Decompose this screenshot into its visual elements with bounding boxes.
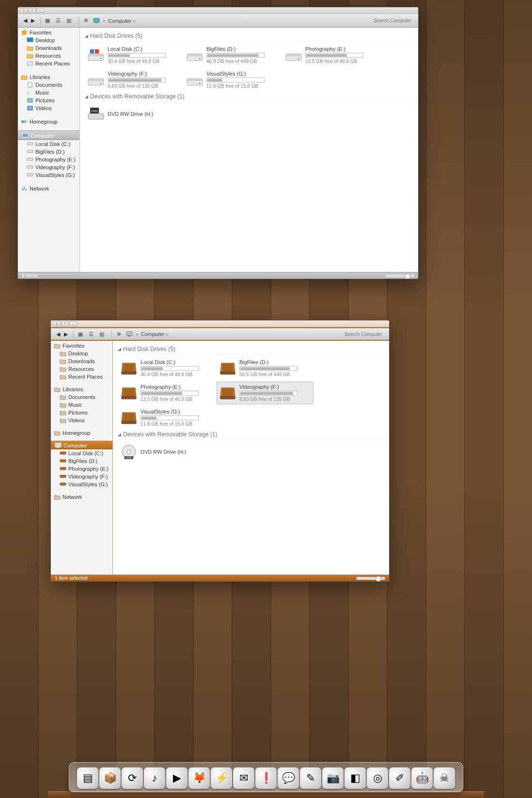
homegroup-header[interactable]: Homegroup xyxy=(18,117,79,126)
sidebar-drive-e[interactable]: Photography (E:) xyxy=(18,156,79,163)
sidebar-item-resources[interactable]: Resources xyxy=(18,52,79,60)
drive-item[interactable]: Local Disk (C:)30.4 GB free of 48.8 GB xyxy=(85,44,182,66)
maximize-button[interactable]: + xyxy=(28,8,36,13)
sidebar-item-pictures[interactable]: Pictures xyxy=(18,96,79,104)
drive-item[interactable]: VisualStyles (G:)11.6 GB free of 15.8 GB xyxy=(118,406,215,429)
favorites-header[interactable]: Favorites xyxy=(51,341,112,350)
libraries-header[interactable]: Libraries xyxy=(51,384,112,393)
photos-icon[interactable]: ◧ xyxy=(344,767,366,789)
close-button[interactable]: x xyxy=(20,8,28,13)
computer-header[interactable]: Computer xyxy=(51,441,112,449)
drive-item[interactable]: Photography (E:)13.5 GB free of 48.8 GB xyxy=(118,382,215,404)
sidebar-drive-g[interactable]: VisualStyles (G:) xyxy=(51,480,112,488)
sidebar-drive-f[interactable]: Videography (F:) xyxy=(51,473,112,480)
skull-icon[interactable]: ☠ xyxy=(434,767,455,789)
sidebar-item-music[interactable]: Music xyxy=(51,401,112,409)
close-button[interactable]: x xyxy=(53,321,61,326)
collapse-icon[interactable]: ◢ xyxy=(118,347,121,351)
sidebar-drive-d[interactable]: BigFiles (D:) xyxy=(51,457,112,465)
favorites-header[interactable]: Favorites xyxy=(18,28,79,36)
finder-icon[interactable]: ▤ xyxy=(77,767,98,789)
search-input[interactable] xyxy=(346,16,414,25)
dev-icon[interactable]: ✐ xyxy=(389,767,410,789)
timemachine-icon[interactable]: ⟳ xyxy=(122,767,143,789)
drive-name: VisualStyles (G:) xyxy=(141,409,212,415)
zoom-slider[interactable] xyxy=(356,577,385,580)
sidebar-drive-g[interactable]: VisualStyles (G:) xyxy=(18,171,79,179)
sidebar-item-downloads[interactable]: Downloads xyxy=(18,44,79,52)
mail-icon[interactable]: ✉ xyxy=(233,767,254,789)
search-input[interactable] xyxy=(317,330,385,338)
forward-button[interactable]: ▶ xyxy=(63,331,69,337)
sidebar-item-recent[interactable]: Recent Places xyxy=(51,373,112,381)
drive-item[interactable]: DVDDVD RW Drive (H:) xyxy=(85,104,182,124)
sidebar-item-resources[interactable]: Resources xyxy=(51,365,112,373)
drive-item[interactable]: VisualStyles (G:)11.6 GB free of 15.8 GB xyxy=(184,68,281,91)
view-columns-button[interactable]: ▥ xyxy=(98,331,106,337)
svg-rect-4 xyxy=(28,62,32,65)
sidebar-drive-d[interactable]: BigFiles (D:) xyxy=(18,148,79,156)
drive-item[interactable]: Photography (E:)13.5 GB free of 48.8 GB xyxy=(282,44,379,66)
minimize-button[interactable]: – xyxy=(36,8,44,13)
breadcrumb[interactable]: ▸Computer▸ xyxy=(136,331,169,337)
alert-icon[interactable]: ❗ xyxy=(255,767,277,789)
maximize-button[interactable]: + xyxy=(61,321,69,326)
collapse-icon[interactable]: ◢ xyxy=(118,432,121,437)
drive-item[interactable]: Local Disk (C:)30.4 GB free of 48.8 GB xyxy=(118,357,215,380)
view-icons-button[interactable]: ▦ xyxy=(44,17,51,24)
back-button[interactable]: ◀ xyxy=(22,17,29,24)
sidebar-item-desktop[interactable]: Desktop xyxy=(51,350,112,357)
gear-icon[interactable]: ✲ xyxy=(82,17,90,24)
forward-button[interactable]: ▶ xyxy=(30,17,36,24)
firefox-icon[interactable]: 🦊 xyxy=(188,767,210,789)
im-icon[interactable]: 💬 xyxy=(278,767,299,789)
minimize-button[interactable]: – xyxy=(69,321,77,326)
sidebar-item-documents[interactable]: Documents xyxy=(51,393,112,401)
music-icon[interactable]: ♪ xyxy=(144,767,165,789)
collapse-icon[interactable]: ◢ xyxy=(85,33,88,38)
sidebar-item-downloads[interactable]: Downloads xyxy=(51,357,112,365)
sidebar-item-desktop[interactable]: Desktop xyxy=(18,36,79,44)
view-columns-button[interactable]: ▥ xyxy=(65,17,73,24)
drive-free: 13.5 GB free of 48.8 GB xyxy=(141,397,212,402)
view-icons-button[interactable]: ▦ xyxy=(77,331,84,337)
group-header[interactable]: ◢ Devices with Removable Storage (1) xyxy=(118,429,384,440)
sidebar-item-documents[interactable]: Documents xyxy=(18,81,79,89)
drive-item[interactable]: Videography (F:)8.83 GB free of 135 GB xyxy=(85,68,182,91)
drive-item[interactable]: BigFiles (D:)46.9 GB free of 449 GB xyxy=(184,44,281,66)
group-header[interactable]: ◢ Hard Disk Drives (5) xyxy=(85,31,413,42)
play-icon[interactable]: ▶ xyxy=(166,767,188,789)
view-list-button[interactable]: ☰ xyxy=(54,17,62,24)
sidebar-drive-c[interactable]: Local Disk (C:) xyxy=(51,449,112,457)
view-list-button[interactable]: ☰ xyxy=(87,331,95,337)
zoom-slider[interactable] xyxy=(385,274,414,277)
lightning-icon[interactable]: ⚡ xyxy=(211,767,232,789)
breadcrumb[interactable]: ▸Computer▸ xyxy=(103,17,136,24)
sidebar-item-recent[interactable]: Recent Places xyxy=(18,60,79,67)
group-header[interactable]: ◢ Hard Disk Drives (5) xyxy=(118,344,384,355)
network-header[interactable]: Network xyxy=(51,492,112,501)
aperture-icon[interactable]: ◎ xyxy=(367,767,388,789)
sidebar-drive-e[interactable]: Photography (E:) xyxy=(51,465,112,473)
back-button[interactable]: ◀ xyxy=(55,331,62,337)
drive-item[interactable]: BigFiles (D:)59.8 GB free of 449 GB xyxy=(217,357,313,380)
sidebar-item-pictures[interactable]: Pictures xyxy=(51,409,112,416)
sidebar-drive-c[interactable]: Local Disk (C:) xyxy=(18,140,79,148)
sidebar-drive-f[interactable]: Videography (F:) xyxy=(18,163,79,171)
homegroup-header[interactable]: Homegroup xyxy=(51,428,112,437)
group-header[interactable]: ◢ Devices with Removable Storage (1) xyxy=(85,91,413,102)
drive-item[interactable]: Videography (F:)8.83 GB free of 135 GB xyxy=(217,382,313,404)
note-icon[interactable]: ✎ xyxy=(300,767,321,789)
sidebar-item-videos[interactable]: Videos xyxy=(51,416,112,424)
computer-header[interactable]: Computer xyxy=(18,130,79,140)
network-header[interactable]: Network xyxy=(18,184,79,192)
camera-icon[interactable]: 📷 xyxy=(322,767,344,789)
sidebar-item-videos[interactable]: Videos xyxy=(18,104,79,112)
box-icon[interactable]: 📦 xyxy=(99,767,121,789)
gear-icon[interactable]: ✲ xyxy=(115,331,123,337)
collapse-icon[interactable]: ◢ xyxy=(85,94,88,99)
drive-item[interactable]: DVDDVD RW Drive (H:) xyxy=(118,442,215,462)
libraries-header[interactable]: Libraries xyxy=(18,72,79,81)
robot-icon[interactable]: 🤖 xyxy=(411,767,433,789)
sidebar-item-music[interactable]: ♪Music xyxy=(18,89,79,96)
